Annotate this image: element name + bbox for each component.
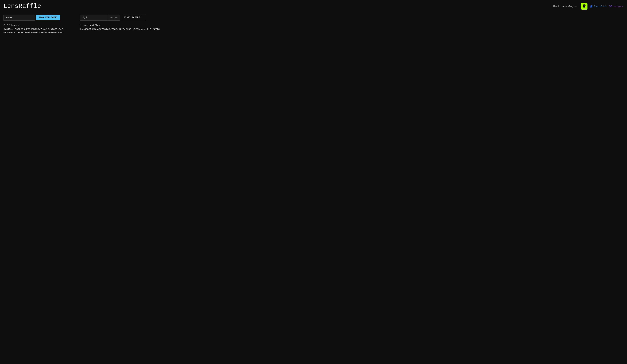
- amount-input[interactable]: [80, 15, 108, 20]
- app-title: LensRaffle: [3, 3, 41, 10]
- polygon-label: polygon: [614, 5, 624, 8]
- right-panel: MATIC START RAFFLE ! 1 past raffles: 0xa…: [80, 15, 164, 31]
- followers-count: 2 followers:: [3, 24, 70, 27]
- amount-input-wrapper: MATIC: [80, 15, 120, 21]
- profile-input[interactable]: [3, 15, 35, 21]
- lens-icon: [582, 4, 586, 8]
- svg-point-0: [584, 5, 585, 6]
- lens-icon-box: [581, 3, 587, 9]
- currency-label: MATIC: [108, 15, 120, 20]
- show-followers-button[interactable]: SHOW FOLLOWERS: [36, 15, 60, 20]
- main-content: SHOW FOLLOWERS 2 followers: 0x3A5bd1E37b…: [3, 15, 624, 35]
- past-raffles-label: 1 past raffles:: [80, 24, 164, 27]
- follower-address-1: 0x3A5bd1E37b099aE3386D13947b6a90d97675e5…: [3, 28, 70, 31]
- follower-address-2: 0xa408DDD1BeA8f798449e79C0e8A25d8b301e52…: [3, 31, 70, 34]
- chainlink-label: Chainlink: [594, 5, 607, 8]
- chainlink-badge: Chainlink: [590, 4, 607, 8]
- raffle-result: 0xa408DDD1BeA8f798449e79C0e8A25d8b301e52…: [80, 28, 164, 31]
- followers-input-row: SHOW FOLLOWERS: [3, 15, 70, 21]
- polygon-badge: polygon: [609, 4, 624, 8]
- polygon-icon: [609, 4, 613, 8]
- raffle-input-row: MATIC START RAFFLE !: [80, 15, 164, 21]
- start-raffle-button[interactable]: START RAFFLE !: [121, 15, 145, 20]
- tech-label: Used technologies:: [553, 5, 579, 8]
- left-panel: SHOW FOLLOWERS 2 followers: 0x3A5bd1E37b…: [3, 15, 70, 35]
- app-header: LensRaffle Used technologies: Chainlink …: [3, 3, 624, 10]
- chainlink-icon: [590, 4, 593, 8]
- tech-bar: Used technologies: Chainlink polygon: [553, 3, 624, 9]
